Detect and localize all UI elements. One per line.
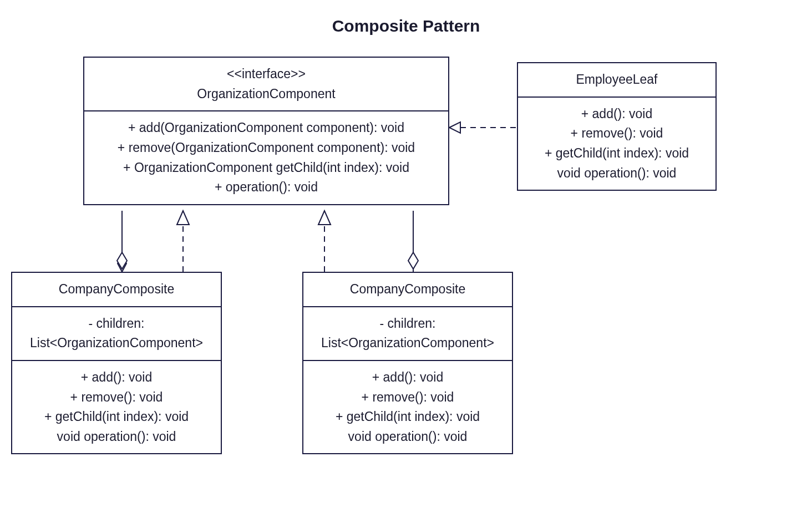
class-company-composite-1: CompanyComposite - children: List<Organi… bbox=[11, 272, 222, 454]
realization-arrow-cc2 bbox=[318, 211, 331, 225]
attribute: - children: bbox=[21, 314, 212, 334]
method: void operation(): void bbox=[312, 427, 503, 447]
class-organization-component: <<interface>> OrganizationComponent + ad… bbox=[83, 57, 449, 205]
class-attributes: - children: List<OrganizationComponent> bbox=[303, 307, 512, 361]
class-methods: + add(): void + remove(): void + getChil… bbox=[303, 361, 512, 454]
class-methods: + add(): void + remove(): void + getChil… bbox=[12, 361, 221, 454]
realization-arrow-cc1 bbox=[177, 211, 189, 225]
method: + add(OrganizationComponent component): … bbox=[93, 118, 439, 138]
class-header: <<interface>> OrganizationComponent bbox=[84, 58, 448, 111]
stereotype-label: <<interface>> bbox=[93, 64, 439, 84]
class-attributes: - children: List<OrganizationComponent> bbox=[12, 307, 221, 361]
method: void operation(): void bbox=[527, 164, 707, 184]
attribute: List<OrganizationComponent> bbox=[21, 333, 212, 353]
aggregation-diamond-2 bbox=[408, 252, 418, 269]
method: + getChild(int index): void bbox=[21, 407, 212, 427]
class-methods: + add(): void + remove(): void + getChil… bbox=[518, 98, 715, 190]
attribute: List<OrganizationComponent> bbox=[312, 333, 503, 353]
diagram-title: Composite Pattern bbox=[0, 17, 812, 35]
method: + add(): void bbox=[21, 368, 212, 388]
attribute: - children: bbox=[312, 314, 503, 334]
class-header: CompanyComposite bbox=[303, 273, 512, 307]
class-name: CompanyComposite bbox=[59, 282, 174, 296]
class-employee-leaf: EmployeeLeaf + add(): void + remove(): v… bbox=[517, 62, 717, 191]
method: + add(): void bbox=[312, 368, 503, 388]
method: + add(): void bbox=[527, 104, 707, 124]
class-name: OrganizationComponent bbox=[197, 87, 335, 101]
class-name: CompanyComposite bbox=[350, 282, 465, 296]
method: + remove(): void bbox=[21, 388, 212, 408]
method: + remove(OrganizationComponent component… bbox=[93, 138, 439, 158]
method: + remove(): void bbox=[312, 388, 503, 408]
class-header: EmployeeLeaf bbox=[518, 63, 715, 98]
method: + remove(): void bbox=[527, 124, 707, 144]
method: + getChild(int index): void bbox=[527, 144, 707, 164]
class-header: CompanyComposite bbox=[12, 273, 221, 307]
aggregation-diamond-1b bbox=[117, 252, 127, 269]
method: + operation(): void bbox=[93, 177, 439, 197]
aggregation-diamond-1 bbox=[118, 255, 126, 272]
method: + getChild(int index): void bbox=[312, 407, 503, 427]
class-name: EmployeeLeaf bbox=[576, 72, 657, 87]
method: + OrganizationComponent getChild(int ind… bbox=[93, 158, 439, 178]
class-methods: + add(OrganizationComponent component): … bbox=[84, 111, 448, 204]
class-company-composite-2: CompanyComposite - children: List<Organi… bbox=[302, 272, 513, 454]
method: void operation(): void bbox=[21, 427, 212, 447]
realization-arrow-leaf bbox=[449, 122, 460, 133]
